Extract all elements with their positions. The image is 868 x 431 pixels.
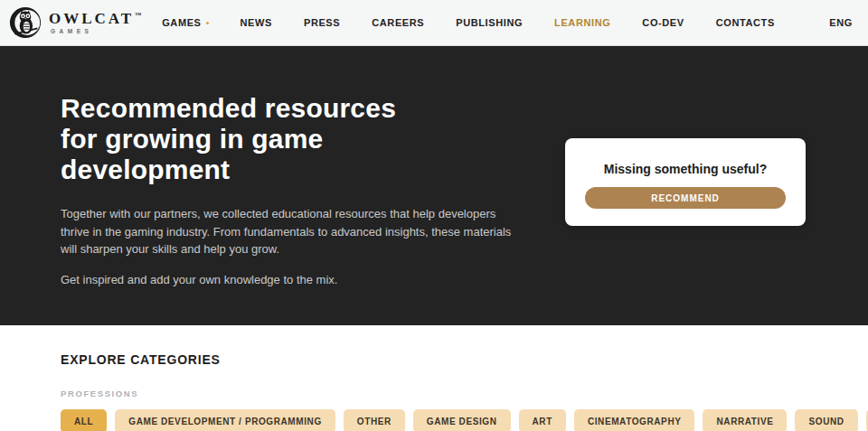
nav-item-publishing[interactable]: PUBLISHING <box>456 17 523 28</box>
nav-item-co-dev[interactable]: CO-DEV <box>642 17 684 28</box>
nav-item-games[interactable]: GAMES <box>162 17 208 28</box>
recommend-card: Missing something useful? RECOMMEND <box>565 138 806 226</box>
filter-chip-game-development-programming[interactable]: GAME DEVELOPMENT / PROGRAMMING <box>115 409 335 431</box>
nav-item-learning[interactable]: LEARNING <box>554 17 610 28</box>
logo[interactable]: OWLCAT™ GAMES <box>9 6 141 39</box>
categories-section: EXPLORE CATEGORIES PROFESSIONS ALL GAME … <box>0 325 868 431</box>
filter-chip-all[interactable]: ALL <box>61 409 107 431</box>
logo-brand-text: OWLCAT <box>49 10 134 27</box>
profession-filters: ALL GAME DEVELOPMENT / PROGRAMMING OTHER… <box>61 409 832 431</box>
nav-item-news[interactable]: NEWS <box>241 17 272 28</box>
nav-item-contacts-label: CONTACTS <box>716 17 775 28</box>
recommend-button[interactable]: RECOMMEND <box>585 187 786 209</box>
categories-heading: EXPLORE CATEGORIES <box>61 352 832 367</box>
professions-label: PROFESSIONS <box>61 389 832 398</box>
hero-section: Recommended resources for growing in gam… <box>0 46 868 325</box>
nav-item-press-label: PRESS <box>304 17 340 28</box>
filter-chip-art[interactable]: ART <box>519 409 566 431</box>
nav-item-contacts[interactable]: CONTACTS <box>716 17 775 28</box>
recommend-card-title: Missing something useful? <box>565 162 806 176</box>
nav-item-careers[interactable]: CAREERS <box>372 17 424 28</box>
main-menu: GAMES NEWS PRESS CAREERS PUBLISHING LEAR… <box>162 17 775 28</box>
hero-paragraph-1: Together with our partners, we collected… <box>61 205 520 258</box>
owlcat-owl-icon <box>9 6 42 39</box>
games-dropdown-dot-icon <box>206 22 209 24</box>
logo-wordmark: OWLCAT™ GAMES <box>49 11 141 35</box>
nav-item-news-label: NEWS <box>241 17 272 28</box>
filter-chip-other[interactable]: OTHER <box>344 409 405 431</box>
nav-item-publishing-label: PUBLISHING <box>456 17 523 28</box>
logo-trademark: ™ <box>135 12 141 19</box>
nav-item-learning-label: LEARNING <box>554 17 610 28</box>
nav-item-careers-label: CAREERS <box>372 17 424 28</box>
nav-item-press[interactable]: PRESS <box>304 17 340 28</box>
language-selector[interactable]: ENG <box>829 17 853 28</box>
hero-paragraph-2: Get inspired and add your own knowledge … <box>61 271 520 289</box>
nav-item-co-dev-label: CO-DEV <box>642 17 684 28</box>
logo-subtitle: GAMES <box>51 29 141 35</box>
filter-chip-sound[interactable]: SOUND <box>795 409 857 431</box>
filter-chip-narrative[interactable]: NARRATIVE <box>703 409 787 431</box>
filter-chip-game-design[interactable]: GAME DESIGN <box>413 409 511 431</box>
nav-item-games-label: GAMES <box>162 17 201 28</box>
filter-chip-cinematography[interactable]: CINEMATOGRAPHY <box>574 409 695 431</box>
top-nav: OWLCAT™ GAMES GAMES NEWS PRESS CAREERS P… <box>0 0 868 46</box>
